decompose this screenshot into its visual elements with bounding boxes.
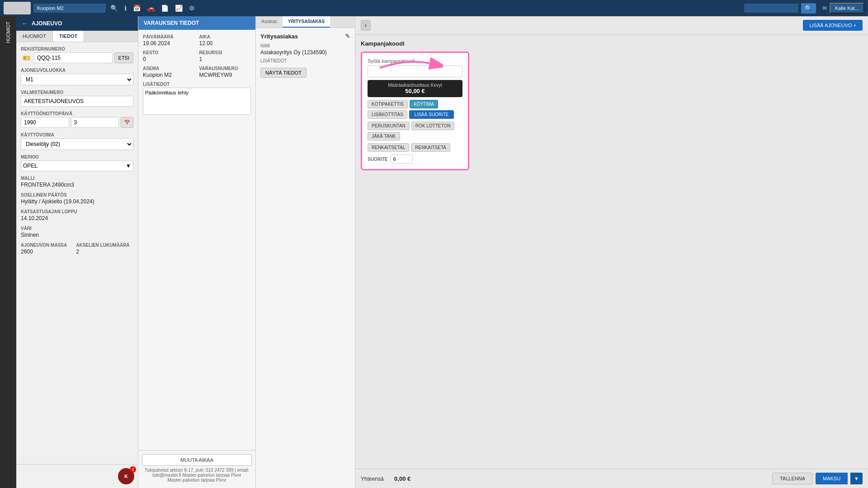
aika-label: AIKA (199, 34, 251, 39)
vari-group: VÄRI Sininen (21, 226, 133, 238)
kotipakettis-button[interactable]: KOTIPAKETTIS (368, 100, 408, 108)
info-icon[interactable]: ℹ (123, 4, 128, 13)
muuta-aikaa-button[interactable]: MUUTA AIKAA (142, 454, 252, 466)
settings-icon[interactable]: ⚙ (187, 4, 197, 13)
middle-panel-header: VARAUKSEN TIEDOT (138, 16, 255, 30)
kampanja-btn-row-1: KOTIPAKETTIS KÖYTIMA LISÄKOTTITAS LISÄÄ … (368, 100, 462, 119)
massa-akseli-row: AJONEUVON MASSA 2600 AKSELIEN LUKUMÄÄRÄ … (21, 243, 133, 259)
tab-huomiot[interactable]: HUOMIOT (16, 31, 53, 42)
suorite-row: SUORITE (368, 155, 462, 164)
resurssi-field: RESURSSI 1 (199, 50, 251, 62)
tooltip-title: Määräaikaishuoltaus Kevyt (372, 83, 458, 88)
nayta-tiedot-button[interactable]: NÄYTÄ TIEDOT (260, 68, 307, 78)
etsi-button[interactable]: ETSI (114, 52, 133, 63)
aika-field: AIKA 12.00 (199, 34, 251, 47)
middle-panel-footer: MUUTA AIKAA Tukipalvelut arkisin 8-17, p… (138, 450, 255, 488)
car-icon[interactable]: 🚗 (145, 4, 156, 13)
rekisterinumero-input[interactable] (34, 52, 113, 63)
aika-value: 12.00 (199, 40, 251, 47)
back-button[interactable]: ← (22, 20, 28, 27)
kampanja-code-input[interactable] (368, 66, 462, 77)
yritys-lisatiedot-label: LISÄTIEDOT (260, 58, 350, 63)
ajoneuvoluokka-label: AJONEUVOLUOKKA (21, 68, 133, 73)
resurssi-label: RESURSSI (199, 50, 251, 55)
chart-icon[interactable]: 📈 (173, 4, 184, 13)
jaka-tank-button[interactable]: JÄKÄ TANK (368, 132, 400, 141)
rok-lotteton-button[interactable]: ROK LOTTETON (411, 122, 455, 130)
kampanja-input-label: Syötä kampanjakoodi (368, 58, 462, 64)
paivamaara-field: PÄIVÄMÄÄRÄ 19.06.2024 (143, 34, 195, 47)
sidebar: HUOMIOT (0, 16, 16, 488)
top-right-search-input[interactable] (744, 4, 798, 13)
tab-asiakas[interactable]: Asiakas (256, 16, 283, 28)
paivamaara-aika-row: PÄIVÄMÄÄRÄ 19.06.2024 AIKA 12.00 (143, 34, 251, 47)
renkaitsetal-button[interactable]: RENKAITSETAL (368, 143, 409, 152)
asema-field: ASEMA Kuopion M2 (143, 66, 195, 78)
yhteensa-row: Yhteensä 0,00 € (361, 475, 410, 482)
malli-label: MALLI (21, 176, 133, 181)
lisaa-suorite-button[interactable]: LISÄÄ SUORITE (409, 110, 454, 119)
kesto-resurssi-row: KESTO 0 RESURSSI 1 (143, 50, 251, 62)
yritys-nimi-label: NIMI (260, 43, 350, 48)
tab-tiedot[interactable]: TIEDOT (53, 31, 84, 42)
maksu-button[interactable]: MAKSU (816, 473, 848, 484)
tab-yritysasiakas[interactable]: YRITYSASIAKAS (283, 16, 330, 28)
calendar-icon[interactable]: 📅 (131, 4, 142, 13)
merkki-group: MERKKI OPEL ▼ (21, 155, 133, 171)
kayttovoima-label: KÄYTTÖVOIMA (21, 132, 133, 137)
search-icon[interactable]: 🔍 (108, 4, 120, 13)
middle-panel-title: VARAUKSEN TIEDOT (144, 20, 199, 26)
right-panel-back-button[interactable]: ‹ (361, 20, 371, 31)
renkaitseta-button[interactable]: RENKAITSETA (411, 143, 450, 152)
merkki-dropdown-icon[interactable]: ▼ (126, 163, 131, 169)
top-right-search-button[interactable]: 🔍 (801, 3, 816, 14)
koytima-button[interactable]: KÖYTIMA (410, 100, 438, 108)
soellinen-paatos-group: SOELLINEN PÄÄTÖS Hylätty / Ajokielto (19… (21, 192, 133, 205)
kampanja-box: Syötä kampanjakoodi Määräaikaishuoltaus … (361, 52, 469, 170)
location-search-input[interactable] (33, 4, 106, 13)
katsastusajan-loppu-group: KATSASTUSAJAN LOPPU 14.10.2024 (21, 209, 133, 221)
tallenna-button[interactable]: TALLENNA (772, 473, 813, 484)
lisatiedot-textarea[interactable]: Pääköimittaus tehty (143, 88, 251, 115)
ajoneuvon-massa-group: AJONEUVON MASSA 2600 (21, 243, 67, 255)
notification-badge: 1 (130, 466, 136, 473)
asema-value: Kuopion M2 (143, 72, 195, 78)
valmistenumero-input[interactable] (21, 96, 133, 107)
akselien-lukumaara-value: 2 (76, 249, 129, 255)
katsastusajan-loppu-label: KATSASTUSAJAN LOPPU (21, 209, 133, 214)
lisakottitas-button[interactable]: LISÄKOTTITAS (368, 110, 407, 119)
merkki-label: MERKKI (21, 155, 133, 160)
ajoneuvon-massa-value: 2600 (21, 249, 67, 255)
left-panel-ajoneuvo: ← AJONEUVO HUOMIOT TIEDOT REKISTERINUMER… (16, 16, 138, 488)
footer-service-info: Master-palvelun tarjoaa Pivnr (167, 478, 226, 483)
resurssi-value: 1 (199, 56, 251, 62)
tooltip-price: 50,00 € (372, 88, 458, 94)
lisaa-ajoneuvo-button[interactable]: LISÄÄ AJONEUVO + (803, 20, 863, 31)
varausnumero-field: VARAUSNUMERO MCWREYW9 (199, 66, 251, 78)
yritys-edit-icon[interactable]: ✎ (345, 33, 350, 40)
rekisterinumero-icon: 🎫 (21, 52, 32, 63)
katsastusajan-loppu-value: 14.10.2024 (21, 215, 133, 221)
user-menu-button[interactable]: Kalle Kat... (830, 3, 864, 14)
valmistenumero-group: VALMISTENUMERO (21, 90, 133, 107)
middle-panel-body: PÄIVÄMÄÄRÄ 19.06.2024 AIKA 12.00 KESTO 0… (138, 30, 255, 450)
logo (4, 2, 31, 14)
maksu-dropdown-button[interactable]: ▼ (850, 473, 863, 484)
tooltip-popup: Määräaikaishuoltaus Kevyt 50,00 € (368, 80, 462, 97)
kayttoonottopaiva-month-input[interactable] (71, 117, 119, 128)
sidebar-item-huomiot[interactable]: HUOMIOT (5, 20, 12, 45)
document-icon[interactable]: 📄 (159, 4, 170, 13)
footer-info: Tukipalvelut arkisin 8-17, puh: 010 2472… (142, 466, 252, 484)
suorite-input[interactable] (390, 155, 413, 164)
kayttovoima-select[interactable]: Dieselöljy (02) (21, 138, 133, 150)
kayttoonottopaiva-year-input[interactable] (21, 117, 69, 128)
ajoneuvon-massa-label: AJONEUVON MASSA (21, 243, 67, 248)
calendar-button[interactable]: 📅 (121, 117, 133, 128)
top-navigation: 🔍 ℹ 📅 🚗 📄 📈 ⚙ 🔍 ✉ Kalle Kat... (0, 0, 868, 16)
mail-icon[interactable]: ✉ (822, 5, 827, 11)
peruskuntan-button[interactable]: PERUSKUNTAN (368, 122, 410, 130)
yritys-tabs: Asiakas YRITYSASIAKAS (256, 16, 355, 28)
asema-label: ASEMA (143, 66, 195, 71)
yritys-body: Yritysasiakas ✎ NIMI Asiakasyritys Oy (1… (256, 28, 355, 488)
ajoneuvoluokka-select[interactable]: M1 (21, 74, 133, 85)
